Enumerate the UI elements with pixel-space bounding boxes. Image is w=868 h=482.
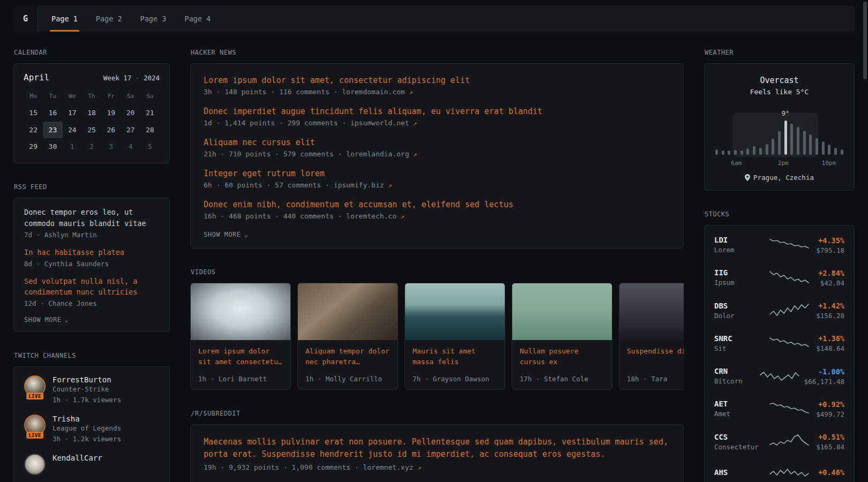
weather-location[interactable]: Prague, Czechia [714, 174, 844, 182]
stock-row[interactable]: SNRC Sit +1.36% $148.64 [714, 327, 844, 360]
app-logo[interactable]: G [13, 5, 38, 32]
video-title-link[interactable]: Nullam posuere cursus ex [520, 346, 604, 367]
hn-story-link[interactable]: Integer eget rutrum lorem [204, 168, 670, 179]
rss-show-more-button[interactable]: SHOW MORE⌄ [24, 316, 69, 323]
hn-story: Aliquam nec cursus elit 21h · 710 points… [204, 137, 670, 158]
rss-item-link[interactable]: In hac habitasse platea [24, 247, 159, 258]
stock-values: +0.51% $165.84 [814, 433, 844, 451]
video-card[interactable]: Suspendisse diam 18h · Tara [619, 283, 684, 390]
stock-row[interactable]: DBS Dolor +1.42% $156.28 [714, 295, 844, 327]
location-pin-icon [745, 174, 750, 181]
video-thumbnail[interactable] [512, 283, 612, 340]
hn-story-link[interactable]: Aliquam nec cursus elit [204, 137, 670, 148]
hn-domain-link[interactable]: loremtech.co ↗ [346, 212, 405, 220]
twitch-channel[interactable]: LIVE ForrestBurton Counter-Strike 1h · 1… [24, 375, 159, 405]
calendar-day[interactable]: 27 [121, 122, 140, 139]
video-thumbnail[interactable] [619, 283, 684, 340]
stock-row[interactable]: LDI Lorem +4.35% $795.18 [714, 229, 844, 261]
video-title-link[interactable]: Lorem ipsum dolor sit amet consectetu… [198, 346, 283, 367]
hn-domain-link[interactable]: loremdomain.com ↗ [342, 88, 413, 96]
calendar-day[interactable]: 25 [82, 122, 101, 139]
hn-domain-link[interactable]: ipsumify.biz ↗ [334, 181, 392, 189]
external-link-icon: ↗ [413, 119, 417, 127]
stock-change: +0.92% [814, 400, 844, 409]
video-card[interactable]: Nullam posuere cursus ex 17h · Stefan Co… [512, 283, 612, 390]
calendar-day[interactable]: 29 [24, 138, 43, 155]
stock-row[interactable]: CCS Consectetur +0.51% $165.84 [714, 426, 844, 458]
rss-item-link[interactable]: Sed volutpat nulla nisl, a condimentum n… [24, 276, 159, 298]
calendar-day[interactable]: 21 [140, 104, 160, 122]
calendar-day[interactable]: 18 [82, 104, 101, 122]
scrollbar[interactable] [863, 2, 867, 79]
stock-row[interactable]: AET Amet +0.92% $499.72 [714, 393, 844, 425]
calendar-day[interactable]: 19 [101, 104, 121, 122]
hn-story: Donec imperdiet augue tincidunt felis al… [204, 106, 670, 127]
video-title-link[interactable]: Suspendisse diam [627, 346, 684, 357]
external-link-icon: ↗ [388, 182, 392, 189]
hn-domain-link[interactable]: ipsumworld.net ↗ [350, 119, 417, 127]
calendar-day[interactable]: 20 [121, 104, 140, 122]
time-label: 2pm [778, 160, 789, 167]
calendar-day-next-month[interactable]: 4 [121, 138, 140, 155]
channel-name[interactable]: Trisha [53, 415, 80, 423]
hn-story-link[interactable]: Donec imperdiet augue tincidunt felis al… [204, 106, 670, 117]
stock-name: Lorem [714, 246, 765, 254]
channel-name[interactable]: KendallCarr [53, 454, 102, 462]
calendar-day[interactable]: 22 [24, 122, 43, 139]
calendar-day-next-month[interactable]: 5 [140, 138, 160, 155]
stock-values: +1.36% $148.64 [814, 334, 844, 352]
stock-row[interactable]: IIG Ipsum +2.84% $42.04 [714, 261, 844, 294]
channel-name[interactable]: ForrestBurton [53, 375, 111, 384]
stock-change: -1.00% [804, 367, 844, 376]
calendar-day[interactable]: 26 [101, 122, 121, 139]
tab-page-1[interactable]: Page 1 [42, 5, 87, 32]
reddit-domain-link[interactable]: loremnet.xyz ↗ [363, 463, 421, 471]
stock-values: +2.84% $42.04 [814, 269, 844, 287]
video-meta: 1h · Lori Barnett [198, 375, 283, 383]
external-link-icon: ↗ [401, 213, 405, 220]
calendar-day-next-month[interactable]: 1 [63, 138, 82, 155]
video-thumbnail[interactable] [405, 283, 505, 340]
hn-story-link[interactable]: Donec enim nibh, condimentum et accumsan… [204, 199, 670, 210]
hn-story-link[interactable]: Lorem ipsum dolor sit amet, consectetur … [204, 75, 670, 86]
video-card[interactable]: Lorem ipsum dolor sit amet consectetu… 1… [190, 283, 291, 390]
calendar-day[interactable]: 16 [43, 104, 62, 122]
hn-domain: ipsumify.biz [334, 181, 384, 189]
stock-id: DBS Dolor [714, 302, 765, 320]
video-title-link[interactable]: Aliquam tempor dolor nec pharetra… [305, 346, 390, 367]
stock-row[interactable]: CRN Bitcorn -1.00% $66,171.48 [714, 360, 844, 393]
hn-show-more-button[interactable]: SHOW MORE⌄ [204, 231, 248, 238]
stock-id: CCS Consectetur [714, 433, 765, 451]
rss-item-link[interactable]: Donec tempor eros leo, ut commodo mauris… [24, 207, 159, 229]
reddit-post-link[interactable]: Maecenas mollis pulvinar erat non posuer… [204, 436, 670, 460]
twitch-channel[interactable]: KendallCarr [24, 454, 159, 475]
stock-row[interactable]: AHS +0.46% [714, 458, 844, 482]
calendar-day-next-month[interactable]: 3 [101, 138, 121, 155]
stocks-widget: LDI Lorem +4.35% $795.18 IIG Ipsum [704, 225, 855, 482]
video-title-link[interactable]: Mauris sit amet massa felis [413, 346, 497, 367]
calendar-day[interactable]: 28 [140, 122, 160, 139]
calendar-day[interactable]: 24 [63, 122, 82, 139]
calendar-day[interactable]: 17 [63, 104, 82, 122]
top-navbar: G Page 1 Page 2 Page 3 Page 4 [13, 5, 855, 32]
video-card[interactable]: Mauris sit amet massa felis 7h · Grayson… [405, 283, 505, 390]
calendar-day-selected[interactable]: 23 [43, 122, 62, 139]
twitch-channel[interactable]: LIVE Trisha League of Legends 3h · 1.2k … [24, 415, 159, 444]
stock-symbol: SNRC [714, 334, 765, 343]
calendar-day-next-month[interactable]: 2 [82, 138, 101, 155]
tab-page-4[interactable]: Page 4 [175, 5, 220, 32]
hn-domain-link[interactable]: loremlandia.org ↗ [346, 150, 417, 158]
dow-label: Th [82, 90, 101, 104]
stock-name: Ipsum [714, 278, 765, 287]
channel-avatar-image [24, 454, 46, 475]
video-thumbnail[interactable] [298, 283, 398, 340]
rss-heading: RSS FEED [14, 183, 170, 191]
dow-label: Tu [43, 90, 62, 104]
tab-page-2[interactable]: Page 2 [87, 5, 131, 32]
video-card[interactable]: Aliquam tempor dolor nec pharetra… 1h · … [297, 283, 398, 390]
video-thumbnail[interactable] [191, 283, 290, 340]
calendar-day[interactable]: 15 [24, 104, 43, 122]
tab-page-3[interactable]: Page 3 [131, 5, 176, 32]
calendar-day[interactable]: 30 [43, 138, 62, 155]
channel-info: Trisha League of Legends 3h · 1.2k viewe… [53, 415, 121, 444]
